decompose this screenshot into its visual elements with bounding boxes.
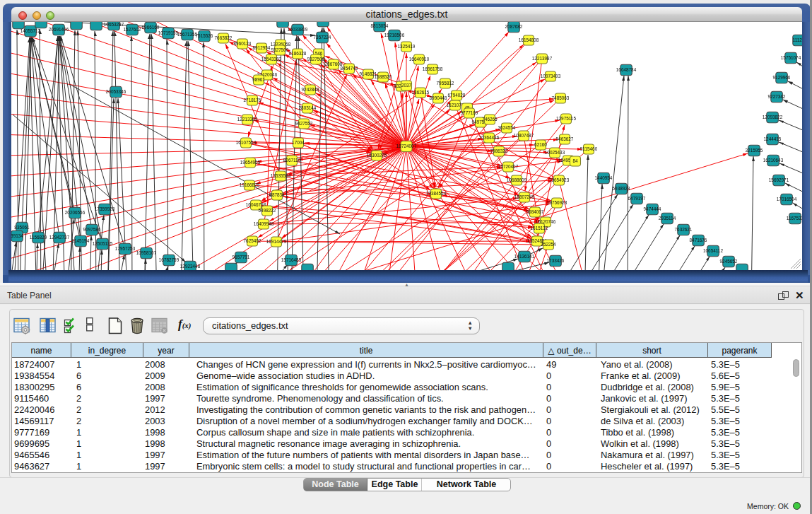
svg-text:20364436: 20364436: [479, 135, 500, 140]
svg-text:6794028: 6794028: [448, 93, 466, 98]
svg-text:17957253: 17957253: [115, 246, 136, 251]
svg-text:16648784: 16648784: [616, 67, 637, 72]
svg-text:8186328: 8186328: [289, 51, 307, 56]
svg-text:19654955: 19654955: [240, 160, 261, 165]
svg-text:98961: 98961: [252, 77, 265, 82]
svg-text:10958107: 10958107: [136, 250, 157, 255]
svg-text:15720407: 15720407: [498, 164, 519, 169]
svg-text:9327508: 9327508: [307, 57, 325, 62]
svg-text:7357224: 7357224: [314, 35, 331, 40]
svg-text:19166825: 19166825: [240, 182, 260, 187]
svg-text:7955812: 7955812: [437, 81, 454, 86]
svg-text:8912954: 8912954: [253, 45, 271, 50]
svg-text:9084067: 9084067: [526, 209, 544, 214]
svg-text:1527602: 1527602: [124, 27, 141, 32]
svg-text:9242848: 9242848: [302, 87, 319, 92]
svg-text:16671355: 16671355: [177, 32, 198, 37]
svg-text:12093822: 12093822: [763, 115, 783, 119]
svg-text:2718176: 2718176: [244, 98, 261, 103]
svg-text:39134: 39134: [11, 233, 23, 238]
svg-text:16107554: 16107554: [236, 140, 257, 145]
svg-text:19654923: 19654923: [549, 177, 570, 182]
svg-text:9227342: 9227342: [768, 94, 786, 99]
svg-text:8454749: 8454749: [341, 66, 358, 71]
svg-text:8471676: 8471676: [690, 238, 707, 243]
svg-text:746266: 746266: [482, 117, 498, 122]
svg-text:2037: 2037: [401, 83, 412, 88]
svg-text:887834: 887834: [269, 192, 285, 197]
svg-text:1362615: 1362615: [412, 90, 430, 95]
svg-text:16782759: 16782759: [159, 257, 180, 262]
svg-text:12942737: 12942737: [49, 235, 70, 240]
svg-text:15692971: 15692971: [769, 177, 789, 182]
svg-text:5938923: 5938923: [613, 186, 630, 191]
svg-text:3215955: 3215955: [746, 148, 763, 153]
svg-text:12505135: 12505135: [93, 241, 113, 246]
svg-text:1145194: 1145194: [72, 238, 90, 243]
svg-text:1325419: 1325419: [398, 44, 416, 49]
svg-text:5498222: 5498222: [259, 208, 276, 213]
svg-text:10807487: 10807487: [514, 133, 534, 138]
svg-text:16033809: 16033809: [288, 27, 308, 32]
svg-text:9245652: 9245652: [720, 259, 738, 264]
svg-text:10025433: 10025433: [545, 150, 565, 155]
svg-text:9427552: 9427552: [295, 121, 313, 126]
svg-text:9097586: 9097586: [83, 227, 101, 232]
svg-text:12923448: 12923448: [180, 264, 201, 269]
svg-text:15751074: 15751074: [781, 55, 801, 60]
svg-text:9327500: 9327500: [271, 47, 289, 52]
svg-text:8267110: 8267110: [283, 158, 301, 163]
svg-text:10719155: 10719155: [158, 30, 179, 35]
svg-text:18807249: 18807249: [514, 194, 535, 199]
svg-text:9474444: 9474444: [644, 206, 661, 211]
svg-text:6479197: 6479197: [628, 196, 646, 201]
svg-text:2803144: 2803144: [299, 105, 317, 110]
svg-text:20053346: 20053346: [106, 89, 126, 94]
svg-text:18300275: 18300275: [367, 153, 387, 158]
svg-text:10688609: 10688609: [507, 177, 527, 182]
svg-text:7632621: 7632621: [675, 227, 693, 232]
svg-text:19756928: 19756928: [547, 200, 567, 205]
svg-text:20206556: 20206556: [65, 210, 86, 215]
svg-text:8960124: 8960124: [234, 41, 252, 46]
svg-text:12213389: 12213389: [237, 117, 258, 122]
svg-text:16154808: 16154808: [519, 37, 539, 42]
svg-text:17359928: 17359928: [95, 206, 115, 211]
svg-text:12213987: 12213987: [532, 56, 553, 61]
svg-text:15716485: 15716485: [281, 257, 302, 262]
svg-text:14055712: 14055712: [20, 28, 41, 33]
svg-text:9129966: 9129966: [773, 75, 791, 80]
svg-text:16961758: 16961758: [423, 66, 443, 71]
svg-text:7625402: 7625402: [244, 238, 261, 243]
svg-text:10654112: 10654112: [703, 248, 723, 253]
svg-text:1244415: 1244415: [764, 136, 782, 141]
svg-text:9657791: 9657791: [233, 255, 250, 259]
svg-text:3624554: 3624554: [498, 125, 516, 130]
svg-text:14136141: 14136141: [514, 254, 535, 259]
svg-text:9463627: 9463627: [556, 136, 574, 141]
svg-text:16543382: 16543382: [261, 57, 282, 62]
svg-text:1733426: 1733426: [547, 258, 565, 263]
svg-text:1156829: 1156829: [30, 235, 47, 240]
svg-text:84: 84: [572, 158, 578, 163]
svg-text:6966160: 6966160: [142, 25, 160, 30]
svg-text:62160: 62160: [534, 142, 547, 147]
svg-text:16409948: 16409948: [254, 221, 274, 226]
svg-text:17004: 17004: [292, 140, 305, 145]
svg-text:1167533: 1167533: [787, 216, 802, 221]
svg-text:1588520: 1588520: [375, 74, 392, 79]
svg-text:7986322: 7986322: [490, 148, 508, 153]
svg-text:10973493: 10973493: [541, 74, 561, 78]
svg-text:7485063: 7485063: [552, 95, 570, 100]
svg-text:2087682: 2087682: [505, 24, 523, 29]
svg-text:16914479: 16914479: [266, 239, 287, 244]
svg-text:8813054: 8813054: [371, 23, 389, 28]
svg-text:252254: 252254: [541, 242, 556, 247]
svg-text:10653287: 10653287: [104, 22, 124, 27]
svg-text:17016504: 17016504: [777, 197, 797, 201]
svg-text:19384554: 19384554: [426, 191, 447, 196]
svg-text:11125: 11125: [793, 37, 802, 42]
svg-text:19218506: 19218506: [384, 33, 405, 37]
svg-text:2935114: 2935114: [659, 216, 676, 221]
svg-text:16210643: 16210643: [763, 158, 784, 163]
